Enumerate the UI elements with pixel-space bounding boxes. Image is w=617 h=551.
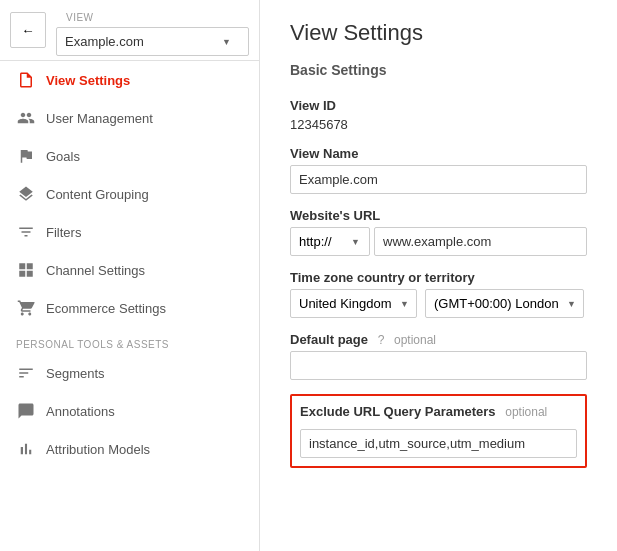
cart-icon	[16, 298, 36, 318]
sidebar-item-label: Annotations	[46, 404, 115, 419]
grid-icon	[16, 260, 36, 280]
main-content: View Settings Basic Settings View ID 123…	[260, 0, 617, 551]
view-name-input[interactable]	[290, 165, 587, 194]
sidebar-item-label: Filters	[46, 225, 81, 240]
sidebar-item-label: Channel Settings	[46, 263, 145, 278]
layers-icon	[16, 184, 36, 204]
page-title: View Settings	[290, 20, 587, 46]
nav-items: View Settings User Management Goals Cont…	[0, 61, 259, 551]
view-id-field: View ID 12345678	[290, 98, 587, 132]
sidebar-item-ecommerce-settings[interactable]: Ecommerce Settings	[0, 289, 259, 327]
timezone-offset-select[interactable]: (GMT+00:00) London	[425, 289, 584, 318]
sidebar-item-label: Attribution Models	[46, 442, 150, 457]
exclude-url-label: Exclude URL Query Parameters optional	[300, 404, 577, 419]
filter-icon	[16, 222, 36, 242]
sidebar-item-attribution-models[interactable]: Attribution Models	[0, 430, 259, 468]
view-name-label: View Name	[290, 146, 587, 161]
segments-icon	[16, 363, 36, 383]
sidebar-item-view-settings[interactable]: View Settings	[0, 61, 259, 99]
exclude-url-field: Exclude URL Query Parameters optional	[290, 394, 587, 468]
timezone-country-select[interactable]: United Kingdom	[290, 289, 417, 318]
bar-chart-icon	[16, 439, 36, 459]
sidebar-item-segments[interactable]: Segments	[0, 354, 259, 392]
sidebar-item-label: User Management	[46, 111, 153, 126]
sidebar-item-label: Content Grouping	[46, 187, 149, 202]
basic-settings-title: Basic Settings	[290, 62, 587, 84]
document-icon	[16, 70, 36, 90]
default-page-field: Default page ? optional	[290, 332, 587, 380]
back-button[interactable]: ←	[10, 12, 46, 48]
sidebar: ← VIEW Example.com View Settings User Ma…	[0, 0, 260, 551]
personal-section-label: PERSONAL TOOLS & ASSETS	[0, 327, 259, 354]
users-icon	[16, 108, 36, 128]
view-label: VIEW	[56, 4, 249, 27]
website-url-field: Website's URL http://	[290, 208, 587, 256]
view-id-value: 12345678	[290, 117, 587, 132]
default-page-label: Default page ? optional	[290, 332, 587, 347]
sidebar-item-user-management[interactable]: User Management	[0, 99, 259, 137]
sidebar-item-label: Ecommerce Settings	[46, 301, 166, 316]
url-protocol-select[interactable]: http://	[290, 227, 370, 256]
default-page-optional-text: optional	[394, 333, 436, 347]
sidebar-item-label: Goals	[46, 149, 80, 164]
website-url-label: Website's URL	[290, 208, 587, 223]
sidebar-item-content-grouping[interactable]: Content Grouping	[0, 175, 259, 213]
timezone-field: Time zone country or territory United Ki…	[290, 270, 587, 318]
comment-icon	[16, 401, 36, 421]
view-name-field: View Name	[290, 146, 587, 194]
sidebar-item-annotations[interactable]: Annotations	[0, 392, 259, 430]
timezone-label: Time zone country or territory	[290, 270, 587, 285]
view-id-label: View ID	[290, 98, 587, 113]
default-page-optional: ?	[378, 333, 385, 347]
exclude-url-input[interactable]	[300, 429, 577, 458]
sidebar-item-channel-settings[interactable]: Channel Settings	[0, 251, 259, 289]
sidebar-item-filters[interactable]: Filters	[0, 213, 259, 251]
exclude-optional-text: optional	[505, 405, 547, 419]
sidebar-item-goals[interactable]: Goals	[0, 137, 259, 175]
sidebar-item-label: Segments	[46, 366, 105, 381]
flag-icon	[16, 146, 36, 166]
default-page-input[interactable]	[290, 351, 587, 380]
view-dropdown[interactable]: Example.com	[56, 27, 249, 56]
sidebar-item-label: View Settings	[46, 73, 130, 88]
back-icon: ←	[21, 23, 34, 38]
url-input[interactable]	[374, 227, 587, 256]
